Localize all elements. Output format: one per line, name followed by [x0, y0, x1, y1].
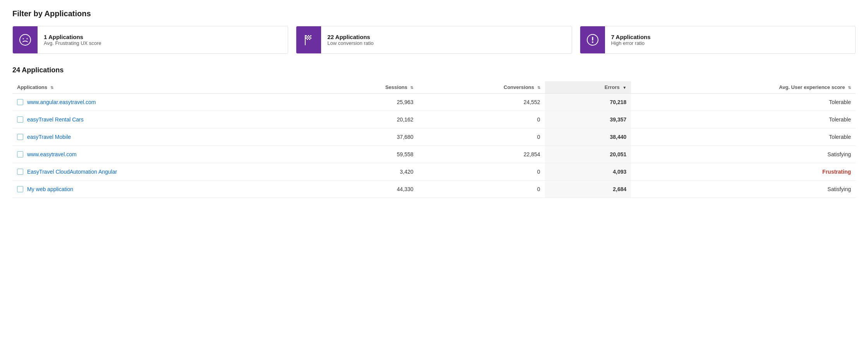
svg-rect-8: [306, 36, 307, 38]
flag-svg: [303, 34, 315, 46]
table-row: www.easytravel.com 59,558 22,854 20,051 …: [12, 146, 856, 163]
row-checkbox-5[interactable]: [17, 186, 23, 192]
frustrating-ux-icon: [13, 26, 38, 53]
col-header-errors[interactable]: Errors ▼: [545, 81, 631, 94]
section-count: 24 Applications: [12, 66, 856, 74]
low-conversion-label: Low conversion ratio: [327, 40, 373, 46]
filter-cards-container: 1 Applications Avg. Frustrating UX score: [12, 26, 856, 54]
cell-uxscore-1: Tolerable: [631, 111, 856, 128]
col-header-applications[interactable]: Applications ⇅: [12, 81, 315, 94]
cell-sessions-4: 3,420: [315, 163, 418, 181]
svg-rect-11: [309, 36, 310, 38]
cell-app-name-3: www.easytravel.com: [12, 146, 315, 163]
table-header-row: Applications ⇅ Sessions ⇅ Conversions ⇅ …: [12, 81, 856, 94]
svg-rect-14: [307, 38, 308, 39]
sort-icon-sessions: ⇅: [410, 85, 413, 90]
high-error-text: 7 Applications High error ratio: [605, 29, 657, 51]
cell-uxscore-3: Satisfying: [631, 146, 856, 163]
col-header-uxscore[interactable]: Avg. User experience score ⇅: [631, 81, 856, 94]
row-checkbox-2[interactable]: [17, 134, 23, 140]
high-error-icon: [580, 26, 605, 53]
svg-rect-19: [307, 39, 308, 40]
app-link-0[interactable]: www.angular.easytravel.com: [27, 99, 96, 105]
svg-rect-20: [308, 39, 309, 40]
app-link-2[interactable]: easyTravel Mobile: [27, 134, 71, 140]
frustrating-ux-count: 1 Applications: [44, 34, 101, 40]
low-conversion-icon: [296, 26, 321, 53]
svg-rect-12: [310, 36, 311, 38]
table-row: easyTravel Mobile 37,680 0 38,440 Tolera…: [12, 128, 856, 146]
row-checkbox-1[interactable]: [17, 116, 23, 123]
svg-rect-5: [308, 35, 309, 36]
app-link-3[interactable]: www.easytravel.com: [27, 151, 77, 157]
cell-sessions-5: 44,330: [315, 181, 418, 198]
cell-errors-0: 70,218: [545, 94, 631, 111]
svg-rect-13: [306, 38, 307, 39]
svg-point-2: [27, 38, 28, 39]
col-header-conversions[interactable]: Conversions ⇅: [418, 81, 545, 94]
table-body: www.angular.easytravel.com 25,963 24,552…: [12, 94, 856, 198]
cell-uxscore-2: Tolerable: [631, 128, 856, 146]
svg-rect-23: [305, 35, 306, 45]
table-row: EasyTravel CloudAutomation Angular 3,420…: [12, 163, 856, 181]
svg-rect-4: [307, 35, 308, 36]
filter-card-low-conversion[interactable]: 22 Applications Low conversion ratio: [296, 26, 572, 54]
cell-conversions-3: 22,854: [418, 146, 545, 163]
sort-icon-conversions: ⇅: [537, 85, 540, 90]
svg-rect-7: [310, 35, 311, 36]
cell-uxscore-4: Frustrating: [631, 163, 856, 181]
sort-icon-applications: ⇅: [50, 85, 53, 90]
app-link-5[interactable]: My web application: [27, 186, 73, 192]
table-row: My web application 44,330 0 2,684 Satisf…: [12, 181, 856, 198]
cell-app-name-4: EasyTravel CloudAutomation Angular: [12, 163, 315, 181]
svg-point-26: [592, 41, 593, 43]
cell-conversions-4: 0: [418, 163, 545, 181]
high-error-count: 7 Applications: [611, 34, 651, 40]
row-checkbox-4[interactable]: [17, 169, 23, 175]
table-row: www.angular.easytravel.com 25,963 24,552…: [12, 94, 856, 111]
svg-rect-3: [306, 35, 307, 36]
app-link-1[interactable]: easyTravel Rental Cars: [27, 116, 84, 123]
cell-sessions-2: 37,680: [315, 128, 418, 146]
cell-sessions-3: 59,558: [315, 146, 418, 163]
table-row: easyTravel Rental Cars 20,162 0 39,357 T…: [12, 111, 856, 128]
cell-sessions-0: 25,963: [315, 94, 418, 111]
filter-card-high-error[interactable]: 7 Applications High error ratio: [580, 26, 856, 54]
cell-sessions-1: 20,162: [315, 111, 418, 128]
cell-conversions-2: 0: [418, 128, 545, 146]
svg-rect-17: [310, 38, 311, 39]
row-checkbox-3[interactable]: [17, 151, 23, 157]
col-header-sessions[interactable]: Sessions ⇅: [315, 81, 418, 94]
cell-conversions-5: 0: [418, 181, 545, 198]
applications-table-container: Applications ⇅ Sessions ⇅ Conversions ⇅ …: [12, 81, 856, 198]
svg-rect-21: [309, 39, 310, 40]
cell-errors-2: 38,440: [545, 128, 631, 146]
cell-app-name-1: easyTravel Rental Cars: [12, 111, 315, 128]
page-title: Filter by Applications: [12, 9, 856, 18]
row-checkbox-0[interactable]: [17, 99, 23, 105]
cell-errors-3: 20,051: [545, 146, 631, 163]
svg-rect-6: [309, 35, 310, 36]
svg-point-1: [23, 38, 24, 39]
high-error-label: High error ratio: [611, 40, 651, 46]
cell-conversions-0: 24,552: [418, 94, 545, 111]
sort-icon-errors: ▼: [622, 85, 626, 90]
low-conversion-text: 22 Applications Low conversion ratio: [321, 29, 380, 51]
cell-errors-1: 39,357: [545, 111, 631, 128]
cell-uxscore-0: Tolerable: [631, 94, 856, 111]
cell-errors-5: 2,684: [545, 181, 631, 198]
app-link-4[interactable]: EasyTravel CloudAutomation Angular: [27, 169, 117, 175]
svg-rect-18: [306, 39, 307, 40]
low-conversion-count: 22 Applications: [327, 34, 373, 40]
frustrating-ux-text: 1 Applications Avg. Frustrating UX score: [38, 29, 108, 51]
cell-app-name-5: My web application: [12, 181, 315, 198]
cell-uxscore-5: Satisfying: [631, 181, 856, 198]
sort-icon-uxscore: ⇅: [848, 85, 851, 90]
applications-table: Applications ⇅ Sessions ⇅ Conversions ⇅ …: [12, 81, 856, 198]
filter-card-frustrating-ux[interactable]: 1 Applications Avg. Frustrating UX score: [12, 26, 288, 54]
svg-rect-9: [307, 36, 308, 38]
sad-face-svg: [19, 34, 31, 46]
svg-rect-22: [310, 39, 311, 40]
svg-rect-25: [592, 37, 593, 41]
svg-rect-15: [308, 38, 309, 39]
